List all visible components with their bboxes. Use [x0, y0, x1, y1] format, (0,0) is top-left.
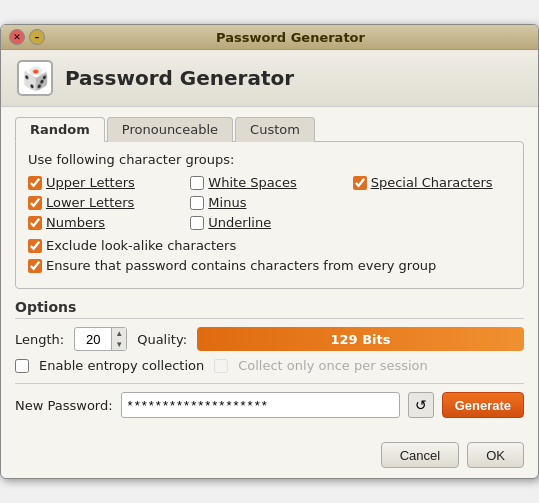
- options-title: Options: [15, 299, 524, 319]
- length-label: Length:: [15, 332, 64, 347]
- collect-session-checkbox[interactable]: [214, 359, 228, 373]
- minus-label[interactable]: Minus: [208, 195, 246, 210]
- entropy-row: Enable entropy collection Collect only o…: [15, 358, 524, 373]
- tab-content-random: Use following character groups: Upper Le…: [15, 141, 524, 289]
- collect-session-label: Collect only once per session: [238, 358, 428, 373]
- checkbox-numbers: Numbers: [28, 215, 186, 230]
- spin-up-button[interactable]: ▲: [112, 328, 126, 339]
- new-password-label: New Password:: [15, 398, 113, 413]
- tab-custom[interactable]: Custom: [235, 117, 315, 142]
- new-password-row: New Password: ↺ Generate: [15, 383, 524, 424]
- refresh-button[interactable]: ↺: [408, 392, 434, 418]
- checkbox-upper-letters: Upper Letters: [28, 175, 186, 190]
- tab-pronounceable[interactable]: Pronounceable: [107, 117, 233, 142]
- dialog-footer: Cancel OK: [1, 434, 538, 478]
- options-row: Length: ▲ ▼ Quality: 129 Bits: [15, 327, 524, 351]
- password-generator-window: ✕ – Password Generator 🎲 Password Genera…: [0, 24, 539, 479]
- underline-label[interactable]: Underline: [208, 215, 271, 230]
- titlebar-title: Password Generator: [51, 30, 530, 45]
- window-header: 🎲 Password Generator: [1, 50, 538, 107]
- ok-button[interactable]: OK: [467, 442, 524, 468]
- close-button[interactable]: ✕: [9, 29, 25, 45]
- ensure-every-group-row: Ensure that password contains characters…: [28, 258, 511, 273]
- refresh-icon: ↺: [415, 397, 427, 413]
- special-chars-label[interactable]: Special Characters: [371, 175, 493, 190]
- numbers-checkbox[interactable]: [28, 216, 42, 230]
- quality-bar: 129 Bits: [197, 327, 524, 351]
- lower-letters-checkbox[interactable]: [28, 196, 42, 210]
- new-password-input[interactable]: [121, 392, 400, 418]
- special-chars-checkbox[interactable]: [353, 176, 367, 190]
- quality-value: 129 Bits: [331, 332, 391, 347]
- underline-checkbox[interactable]: [190, 216, 204, 230]
- minimize-button[interactable]: –: [29, 29, 45, 45]
- checkbox-underline: Underline: [190, 215, 348, 230]
- options-section: Options Length: ▲ ▼ Quality: 129 Bits En…: [15, 299, 524, 373]
- close-icon: ✕: [13, 32, 21, 42]
- minus-checkbox[interactable]: [190, 196, 204, 210]
- cancel-button[interactable]: Cancel: [381, 442, 459, 468]
- spinner-buttons: ▲ ▼: [111, 328, 126, 350]
- titlebar: ✕ – Password Generator: [1, 25, 538, 50]
- tab-random[interactable]: Random: [15, 117, 105, 142]
- ensure-every-group-checkbox[interactable]: [28, 259, 42, 273]
- minimize-icon: –: [35, 32, 40, 42]
- quality-label: Quality:: [137, 332, 187, 347]
- checkbox-grid: Upper Letters White Spaces Special Chara…: [28, 175, 511, 230]
- ensure-every-group-label[interactable]: Ensure that password contains characters…: [46, 258, 436, 273]
- dice-icon: 🎲: [17, 60, 53, 96]
- spin-down-button[interactable]: ▼: [112, 339, 126, 350]
- checkbox-special-chars: Special Characters: [353, 175, 511, 190]
- exclude-lookalike-checkbox[interactable]: [28, 239, 42, 253]
- length-spinner: ▲ ▼: [74, 327, 127, 351]
- entropy-label[interactable]: Enable entropy collection: [39, 358, 204, 373]
- window-body: Random Pronounceable Custom Use followin…: [1, 107, 538, 434]
- window-header-title: Password Generator: [65, 66, 294, 90]
- generate-button[interactable]: Generate: [442, 392, 524, 418]
- exclude-lookalike-label[interactable]: Exclude look-alike characters: [46, 238, 236, 253]
- entropy-checkbox[interactable]: [15, 359, 29, 373]
- checkbox-lower-letters: Lower Letters: [28, 195, 186, 210]
- lower-letters-label[interactable]: Lower Letters: [46, 195, 134, 210]
- titlebar-buttons: ✕ –: [9, 29, 45, 45]
- tabs: Random Pronounceable Custom: [15, 117, 524, 142]
- numbers-label[interactable]: Numbers: [46, 215, 105, 230]
- char-groups-label: Use following character groups:: [28, 152, 511, 167]
- upper-letters-checkbox[interactable]: [28, 176, 42, 190]
- checkbox-white-spaces: White Spaces: [190, 175, 348, 190]
- checkbox-minus: Minus: [190, 195, 348, 210]
- length-input[interactable]: [75, 328, 111, 350]
- exclude-lookalike-row: Exclude look-alike characters: [28, 238, 511, 253]
- upper-letters-label[interactable]: Upper Letters: [46, 175, 135, 190]
- white-spaces-label[interactable]: White Spaces: [208, 175, 296, 190]
- white-spaces-checkbox[interactable]: [190, 176, 204, 190]
